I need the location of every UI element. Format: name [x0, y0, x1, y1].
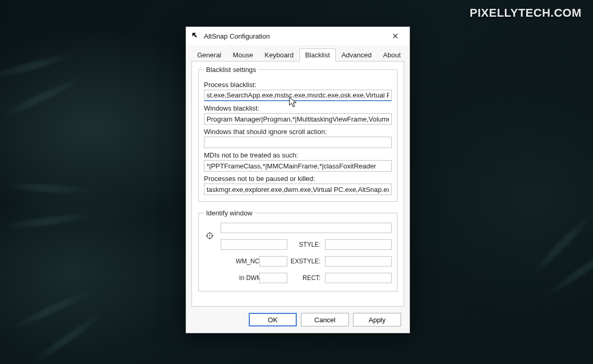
blacklist-settings-group: Blacklist settings Process blacklist: Wi… — [198, 66, 397, 202]
mdi-exclude-label: MDIs not to be treated as such: — [204, 151, 392, 159]
mdi-exclude-input[interactable] — [204, 160, 392, 172]
identify-window-group: Identify window — [198, 209, 397, 292]
tab-about[interactable]: About — [377, 48, 406, 62]
scroll-ignore-label: Windows that should ignore scroll action… — [204, 128, 392, 136]
tab-keyboard[interactable]: Keyboard — [259, 48, 299, 62]
identify-group-legend: Identify window — [204, 209, 255, 217]
tab-advanced[interactable]: Advanced — [336, 48, 378, 62]
process-blacklist-input[interactable] — [204, 90, 392, 101]
titlebar[interactable]: AltSnap Configuration — [186, 27, 409, 45]
tab-panel-blacklist: Blacklist settings Process blacklist: Wi… — [191, 61, 404, 307]
site-watermark: PIXELLYTECH.COM — [470, 6, 582, 20]
close-button[interactable] — [384, 29, 406, 43]
window-finder-target-icon[interactable] — [204, 230, 215, 242]
wmnchittest-input[interactable] — [259, 256, 287, 266]
identify-class-input[interactable] — [221, 239, 287, 250]
nopause-label: Processes not to be paused or killed: — [204, 175, 392, 183]
cancel-button[interactable]: Cancel — [301, 313, 349, 326]
close-icon — [393, 32, 398, 40]
crosshair-icon — [206, 232, 213, 241]
rect-label: RECT: — [291, 274, 321, 282]
svg-point-5 — [209, 235, 210, 236]
scroll-ignore-input[interactable] — [204, 137, 392, 148]
exstyle-input[interactable] — [325, 256, 392, 266]
windows-blacklist-input[interactable] — [204, 113, 392, 125]
dialog-title: AltSnap Configuration — [204, 32, 384, 40]
dialog-button-row: OK Cancel Apply — [186, 307, 409, 327]
blacklist-group-legend: Blacklist settings — [204, 66, 258, 74]
tab-strip: General Mouse Keyboard Blacklist Advance… — [186, 45, 409, 61]
identify-title-input[interactable] — [221, 223, 392, 233]
windows-blacklist-label: Windows blacklist: — [204, 104, 392, 112]
process-blacklist-label: Process blacklist: — [204, 81, 392, 89]
tab-mouse[interactable]: Mouse — [227, 48, 259, 62]
style-input[interactable] — [325, 239, 392, 250]
tab-general[interactable]: General — [191, 48, 227, 62]
tab-blacklist[interactable]: Blacklist — [299, 48, 336, 62]
app-icon — [191, 32, 200, 40]
style-label: STYLE: — [291, 241, 321, 248]
rect-input[interactable] — [325, 273, 392, 283]
apply-button[interactable]: Apply — [353, 313, 401, 326]
exstyle-label: EXSTYLE: — [291, 258, 321, 265]
dwm-buttons-input[interactable] — [259, 273, 287, 283]
altsnap-config-dialog: AltSnap Configuration General Mouse Keyb… — [186, 27, 410, 333]
nopause-input[interactable] — [204, 184, 392, 195]
ok-button[interactable]: OK — [249, 313, 297, 326]
